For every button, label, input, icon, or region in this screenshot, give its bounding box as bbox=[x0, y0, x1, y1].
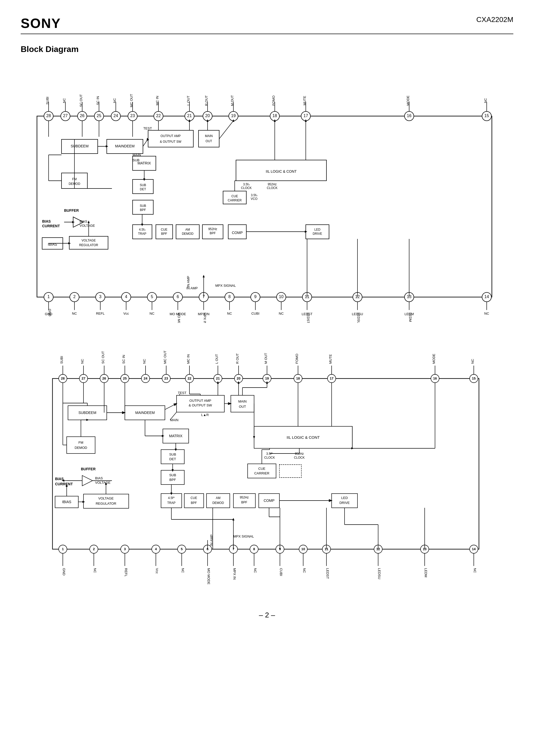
svg-text:MUTE: MUTE bbox=[303, 96, 307, 105]
svg-rect-368 bbox=[231, 395, 254, 412]
svg-text:SUB: SUB bbox=[140, 204, 146, 208]
svg-text:SUBI: SUBI bbox=[60, 356, 64, 364]
svg-text:AM: AM bbox=[185, 228, 190, 231]
svg-text:LEDST: LEDST bbox=[326, 568, 330, 579]
svg-text:CUBI: CUBI bbox=[279, 568, 283, 576]
svg-text:TRAP: TRAP bbox=[138, 232, 146, 235]
svg-text:CUE: CUE bbox=[231, 194, 238, 198]
svg-text:AM: AM bbox=[216, 496, 221, 500]
svg-text:VOLTAGE: VOLTAGE bbox=[82, 239, 96, 242]
svg-text:3.5f₀: 3.5f₀ bbox=[251, 193, 257, 197]
svg-text:5: 5 bbox=[181, 547, 182, 551]
svg-text:L▲R: L▲R bbox=[201, 413, 209, 417]
svg-text:TRAP: TRAP bbox=[167, 501, 175, 505]
svg-text:VOLTAGE: VOLTAGE bbox=[80, 224, 95, 228]
svg-text:DEMOD: DEMOD bbox=[212, 501, 224, 505]
svg-text:MUTE: MUTE bbox=[329, 354, 333, 364]
svg-text:REGULATOR: REGULATOR bbox=[79, 243, 98, 247]
svg-text:MC IN: MC IN bbox=[155, 96, 159, 105]
svg-text:NC: NC bbox=[227, 311, 232, 315]
svg-text:R OUT: R OUT bbox=[235, 353, 239, 364]
svg-text:9: 9 bbox=[254, 294, 257, 299]
svg-text:6: 6 bbox=[177, 294, 179, 299]
svg-text:DRIVE: DRIVE bbox=[339, 501, 350, 505]
svg-text:GND: GND bbox=[45, 312, 52, 316]
svg-text:M OUT: M OUT bbox=[230, 95, 234, 106]
svg-text:27: 27 bbox=[82, 376, 85, 380]
svg-text:BIAS: BIAS bbox=[95, 476, 103, 480]
svg-text:MC OUT: MC OUT bbox=[129, 94, 133, 107]
svg-text:L OUT: L OUT bbox=[215, 354, 219, 364]
section-title: Block Diagram bbox=[21, 44, 513, 54]
svg-text:LEDSU: LEDSU bbox=[377, 568, 381, 579]
svg-text:23: 23 bbox=[164, 376, 168, 380]
page: SONY CXA2202M Block Diagram .pin-circle … bbox=[0, 0, 534, 756]
svg-text:23: 23 bbox=[130, 114, 135, 118]
svg-text:MPX SIGNAL: MPX SIGNAL bbox=[215, 284, 236, 287]
svg-rect-443 bbox=[161, 494, 182, 508]
svg-text:14: 14 bbox=[484, 294, 489, 299]
svg-text:NC: NC bbox=[93, 568, 97, 573]
svg-text:COMP: COMP bbox=[264, 499, 275, 502]
svg-text:CURRENT: CURRENT bbox=[55, 482, 73, 486]
svg-text:MO MODE: MO MODE bbox=[170, 312, 186, 316]
svg-text:L OUT: L OUT bbox=[186, 96, 190, 105]
block-diagram-svg: .pin-circle { fill: white; stroke: black… bbox=[21, 65, 513, 323]
svg-text:14: 14 bbox=[472, 547, 476, 551]
svg-text:952Hz: 952Hz bbox=[240, 496, 249, 499]
svg-text:MATRIX: MATRIX bbox=[138, 161, 151, 165]
svg-text:FOMO: FOMO bbox=[295, 354, 299, 364]
model-number: CXA2202M bbox=[476, 15, 513, 24]
svg-text:M OUT: M OUT bbox=[264, 353, 268, 364]
svg-text:BPF: BPF bbox=[210, 231, 216, 235]
svg-rect-412 bbox=[161, 450, 184, 464]
svg-text:SC OUT: SC OUT bbox=[79, 94, 83, 107]
svg-text:Vcc: Vcc bbox=[155, 568, 159, 574]
svg-text:CARRIER: CARRIER bbox=[254, 471, 270, 475]
svg-text:DRIVE: DRIVE bbox=[313, 232, 322, 235]
svg-rect-123 bbox=[148, 130, 193, 147]
svg-text:NC: NC bbox=[181, 568, 185, 573]
svg-text:952Hz: 952Hz bbox=[268, 182, 277, 186]
svg-text:R OUT: R OUT bbox=[204, 95, 208, 106]
svg-text:20: 20 bbox=[205, 114, 210, 118]
svg-text:21: 21 bbox=[187, 114, 192, 118]
svg-text:COMP: COMP bbox=[232, 230, 243, 235]
svg-text:SUB: SUB bbox=[169, 473, 176, 477]
svg-text:SC IN: SC IN bbox=[96, 96, 100, 105]
svg-text:NC: NC bbox=[143, 359, 146, 364]
svg-text:BPF: BPF bbox=[161, 232, 167, 235]
svg-text:17: 17 bbox=[304, 114, 308, 118]
svg-text:16: 16 bbox=[407, 114, 412, 118]
svg-text:SUB: SUB bbox=[169, 452, 176, 456]
svg-text:3.5f₀: 3.5f₀ bbox=[243, 182, 250, 186]
svg-text:IIL LOGIC & CONT: IIL LOGIC & CONT bbox=[287, 435, 320, 440]
svg-text:& OUTPUT SW: & OUTPUT SW bbox=[160, 140, 181, 144]
svg-text:CLOCK: CLOCK bbox=[264, 456, 275, 459]
svg-rect-0 bbox=[37, 116, 492, 297]
main-diagram: text { font-family: Arial, Helvetica, sa… bbox=[21, 323, 513, 594]
svg-text:16: 16 bbox=[433, 376, 437, 380]
svg-text:8: 8 bbox=[253, 547, 255, 551]
svg-text:15: 15 bbox=[484, 114, 489, 118]
svg-text:4.5fᴴ: 4.5fᴴ bbox=[168, 496, 175, 500]
svg-rect-380 bbox=[67, 437, 95, 453]
svg-rect-451 bbox=[206, 494, 230, 508]
svg-text:SUB: SUB bbox=[140, 183, 146, 187]
svg-text:DEMOD: DEMOD bbox=[182, 232, 194, 235]
svg-text:NC: NC bbox=[80, 359, 84, 364]
svg-text:1: 1 bbox=[62, 547, 64, 551]
svg-text:IN AMP: IN AMP bbox=[186, 276, 190, 287]
svg-text:19: 19 bbox=[231, 114, 236, 118]
svg-text:28: 28 bbox=[46, 114, 51, 118]
svg-text:2: 2 bbox=[73, 294, 76, 299]
svg-text:26: 26 bbox=[102, 376, 106, 380]
svg-text:BUFFER: BUFFER bbox=[64, 208, 79, 212]
svg-text:5: 5 bbox=[151, 294, 153, 299]
svg-text:CUE: CUE bbox=[258, 467, 265, 471]
svg-text:MODE: MODE bbox=[432, 354, 436, 364]
svg-text:BPF: BPF bbox=[241, 500, 247, 504]
svg-rect-127 bbox=[199, 130, 219, 147]
svg-text:24: 24 bbox=[144, 376, 147, 380]
svg-text:NC: NC bbox=[484, 98, 488, 103]
